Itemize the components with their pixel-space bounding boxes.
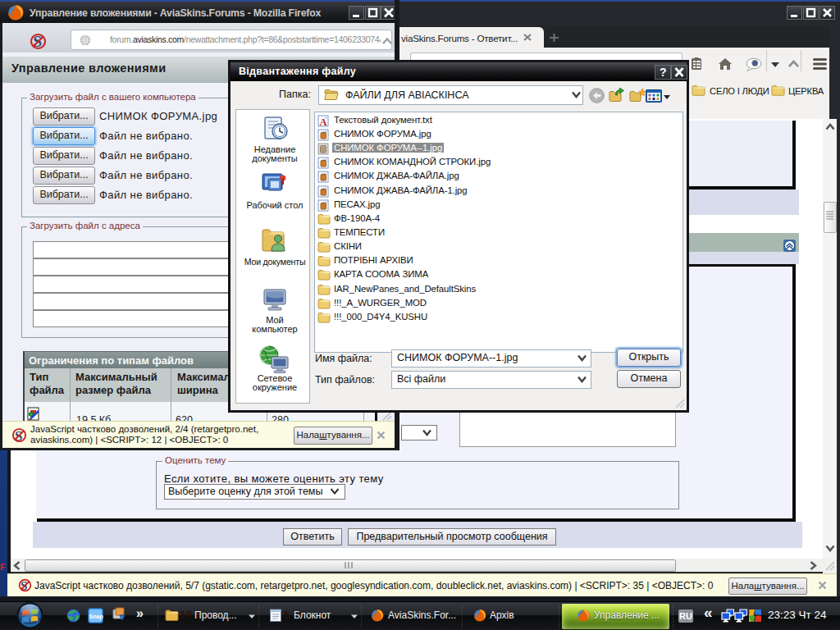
svg-text:?: ? [660, 66, 667, 79]
svg-text:Snap: Snap [89, 614, 103, 620]
svg-text:A: A [320, 116, 327, 128]
